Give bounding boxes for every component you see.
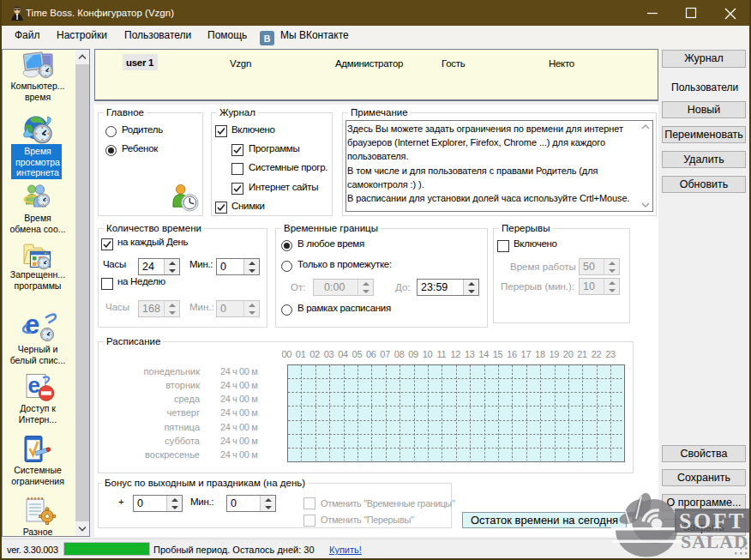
svg-text:B: B (264, 33, 271, 44)
svg-text:e: e (28, 373, 40, 398)
svg-text:SOFT: SOFT (679, 509, 746, 533)
svg-text:SALAD: SALAD (681, 531, 748, 552)
